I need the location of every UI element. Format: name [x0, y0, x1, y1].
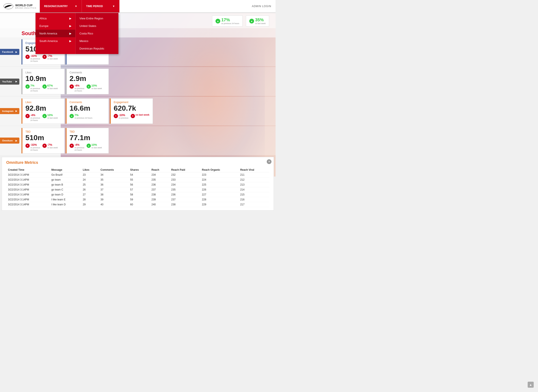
cell-reach-organic: 223 [200, 172, 239, 177]
cell-time: 3/22/2014 3:14PM [6, 192, 50, 197]
youtube-arrow-icon: ▶ [15, 80, 17, 83]
ig-engagement-value: 620.7k [114, 104, 150, 112]
dropdown-menu: Africa ▶ Europe ▶ North America ▶ South … [36, 13, 118, 54]
cell-shares: 58 [129, 192, 150, 197]
cell-likes: 29 [81, 202, 98, 207]
time-dropdown[interactable]: TIME PERIOD ▼ [82, 0, 119, 13]
yt-comments-value: 2.9m [70, 75, 106, 82]
ig-engagement-stat1: ▼ -10% vs previous [114, 113, 129, 119]
europe-arrow-icon: ▶ [69, 24, 71, 28]
omniture-card1-value: 510m [25, 134, 61, 142]
region-item-south-america[interactable]: South America ▶ [36, 37, 75, 45]
youtube-button[interactable]: YouTube ▶ [0, 79, 19, 85]
nike-logo [3, 3, 14, 9]
up-arrow-icon-1: ▲ [215, 19, 220, 23]
omniture-arrow-icon: ▶ [15, 140, 17, 142]
cell-likes: 26 [81, 187, 98, 192]
ig-engagement-card: Engagement 620.7k ▼ -10% vs previous ▼ [110, 98, 153, 124]
cell-reach-organic: 229 [200, 202, 239, 207]
yt-comments-stat1: ▼ -4% vs previous 24 hours [70, 84, 84, 92]
sub-item-united-states[interactable]: United States [75, 22, 118, 30]
cell-reach-viral: 214 [239, 187, 269, 192]
cell-reach-organic: 227 [200, 192, 239, 197]
ig-comments-card: Comments 16.6m ▲ 7% vs previous 24 hours [66, 98, 109, 124]
cell-time: 3/22/2014 3:14PM [6, 177, 50, 182]
logo-title: WORLD CUP [15, 4, 36, 7]
table-row: 3/22/2014 3:14PM I like team D 29 40 60 … [6, 202, 269, 207]
fb-top-stat-2: ▲ 35% vs last week [246, 15, 269, 27]
omniture-sidebar: Omniture ▶ [0, 126, 20, 155]
facebook-sidebar: Facebook ▶ [0, 37, 20, 66]
region-item-europe[interactable]: Europe ▶ [36, 22, 75, 30]
region-dropdown[interactable]: REGION/COUNTRY ▼ [40, 0, 82, 13]
sub-item-mexico[interactable]: Mexico [75, 37, 118, 45]
cell-reach-viral: 213 [239, 182, 269, 187]
cell-shares: 54 [129, 172, 150, 177]
cell-message: Go Brazil! [50, 172, 81, 177]
cell-reach: 234 [150, 172, 169, 177]
col-reach-organic: Reach Organic [200, 168, 239, 173]
yt-likes-stat1: ▲ 7% vs previous 24 hours [25, 84, 40, 92]
table-row: 3/22/2014 3:14PM go team 24 35 55 235 23… [6, 177, 269, 182]
region-item-north-america[interactable]: North America ▶ [36, 30, 75, 37]
up-arrow-icon-2: ▲ [249, 19, 254, 23]
col-comments: Comments [99, 168, 129, 173]
header: WORLD CUP BRAND ANALYTICS REGION/COUNTRY… [0, 0, 276, 13]
yt-comments-card: Comments 2.9m ▼ -4% vs previous 24 hours [66, 69, 109, 94]
top-sub-1: vs previous 24 hours [221, 22, 239, 24]
cell-comments: 35 [99, 177, 129, 182]
cell-comments: 38 [99, 192, 129, 197]
cell-reach: 240 [150, 202, 169, 207]
cell-reach-viral: 215 [239, 192, 269, 197]
yt-likes-title: Likes [25, 71, 61, 74]
admin-login[interactable]: ADMIN LOGIN [248, 5, 276, 8]
instagram-button[interactable]: Instagram ▶ [0, 108, 19, 114]
table-row: 3/22/2014 3:14PM go team C 26 37 57 237 … [6, 187, 269, 192]
cell-comments: 39 [99, 197, 129, 202]
instagram-arrow-icon: ▶ [15, 110, 17, 112]
cell-likes: 27 [81, 192, 98, 197]
yt-comments-title: Comments [70, 71, 106, 74]
col-reach: Reach [150, 168, 169, 173]
table-row: 3/22/2014 3:14PM I like team E 28 39 59 … [6, 197, 269, 202]
cell-reach: 236 [150, 182, 169, 187]
col-reach-paid: Reach Paid [169, 168, 200, 173]
close-button[interactable]: ✕ [267, 159, 271, 164]
omniture-stat2: ▼ -7% vs last week [42, 143, 58, 151]
region-list: Africa ▶ Europe ▶ North America ▶ South … [36, 13, 75, 54]
cell-reach-paid: 233 [169, 177, 200, 182]
col-message: Message [50, 168, 81, 173]
cell-likes: 25 [81, 182, 98, 187]
sub-item-dominican[interactable]: Dominican Republic [75, 45, 118, 52]
sub-item-costa-rico[interactable]: Costa Rico [75, 30, 118, 37]
fb-top-stat-1: ▲ 17% vs previous 24 hours [212, 15, 243, 27]
cell-message: I like team E [50, 197, 81, 202]
youtube-cards: Likes 10.9m ▲ 7% vs previous 24 hours [20, 67, 276, 96]
cell-message: go team D [50, 192, 81, 197]
youtube-row: YouTube ▶ Likes 10.9m ▲ 7% vs previous [0, 67, 276, 96]
cell-reach: 235 [150, 177, 169, 182]
cell-reach-organic: 225 [200, 182, 239, 187]
sub-item-view-entire[interactable]: View Entire Region [75, 15, 118, 22]
time-arrow-icon: ▼ [112, 5, 115, 8]
cell-likes: 23 [81, 172, 98, 177]
ig-likes-stat1: ▼ -4% vs previous 24 hours [25, 113, 40, 121]
region-item-africa[interactable]: Africa ▶ [36, 15, 75, 22]
cell-reach-paid: 234 [169, 182, 200, 187]
omniture-card1-title: TBD [25, 130, 61, 133]
cell-time: 3/22/2014 3:14PM [6, 182, 50, 187]
cell-comments: 37 [99, 187, 129, 192]
omniture-metrics-title: Omniture Metrics [6, 160, 269, 165]
cell-time: 3/22/2014 3:14PM [6, 197, 50, 202]
omniture-button[interactable]: Omniture ▶ [0, 138, 19, 144]
cell-shares: 60 [129, 202, 150, 207]
omniture-stat1: ▼ -33% vs previous 24 hours [25, 143, 40, 151]
ig-comments-value: 16.6m [70, 104, 106, 112]
omniture-card2-stat1: ▼ -4% vs previous 24 hours [70, 143, 84, 151]
omniture-table: Created Time Message Likes Comments Shar… [6, 168, 269, 207]
cell-comments: 34 [99, 172, 129, 177]
cell-shares: 55 [129, 177, 150, 182]
facebook-button[interactable]: Facebook ▶ [0, 49, 19, 55]
cell-shares: 56 [129, 182, 150, 187]
africa-arrow-icon: ▶ [69, 17, 71, 20]
